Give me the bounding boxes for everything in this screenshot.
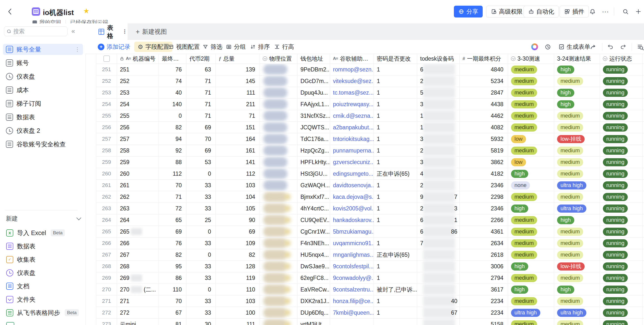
history-icon[interactable] (544, 40, 551, 54)
cell-s[interactable]: 2847 (460, 87, 508, 98)
cell-w[interactable]: DGcD7m... (298, 75, 330, 87)
toolbar-field-button[interactable]: ⚙字段配置 (134, 42, 172, 52)
cell-z[interactable]: running (600, 272, 642, 284)
cell-e[interactable]: cmik.d@sezna... (330, 110, 374, 122)
cell-x[interactable]: medium (508, 145, 554, 156)
cell-y[interactable]: medium (554, 122, 600, 133)
cell-w[interactable]: HzpQcZg... (298, 145, 330, 156)
cell-p[interactable]: 正在申诉(65) (374, 249, 417, 260)
cell-y[interactable]: medium (554, 249, 600, 260)
cell-t[interactable]: 69 (216, 226, 260, 237)
cell-p[interactable]: 1 (374, 295, 417, 307)
cell-t[interactable]: 119 (216, 272, 260, 284)
column-header-t[interactable]: ƒ总量 (216, 54, 260, 64)
cell-w[interactable]: 4hY4crtC... (298, 203, 330, 214)
cell-td[interactable]: 67 (417, 307, 460, 318)
cell-b[interactable]: 33 (186, 180, 216, 191)
cell-loc[interactable] (260, 122, 298, 133)
sidebar-item-5[interactable]: 梯子订阅 (3, 98, 83, 109)
column-header-w[interactable]: 钱包地址 (298, 54, 330, 64)
cell-s[interactable]: 2234 (460, 295, 508, 307)
cell-id[interactable]: 268 (117, 261, 159, 272)
cell-s[interactable]: 4438 (460, 99, 508, 110)
column-header-b[interactable]: 代币2期 (186, 54, 216, 64)
cell-z[interactable]: running (600, 64, 642, 75)
cell-td[interactable]: 3 (417, 133, 460, 145)
cell-p[interactable]: 正在申诉(65) (374, 168, 417, 179)
cell-s[interactable]: 2346 (460, 180, 508, 191)
cell-td[interactable]: 6 (417, 64, 460, 75)
cell-id[interactable]: 262 (117, 191, 159, 203)
add-new-icon[interactable] (633, 6, 644, 18)
cell-p[interactable]: 1 (374, 307, 417, 318)
ai-assistant-icon[interactable] (531, 43, 538, 50)
cell-t[interactable]: 71 (216, 110, 260, 122)
cell-e[interactable]: davidtosenovja... (330, 180, 374, 191)
cell-id[interactable]: 253 (117, 87, 159, 98)
cell-z[interactable]: running (600, 145, 642, 156)
cell-e[interactable]: mnganlighmas... (330, 249, 374, 260)
cell-a[interactable]: 76 (159, 237, 186, 249)
cell-x[interactable]: ultra high (508, 307, 554, 318)
sidebar-item-3[interactable]: 仪表盘 (3, 71, 83, 82)
cell-y[interactable]: high (554, 99, 600, 110)
cell-x[interactable]: high (508, 284, 554, 295)
toolbar-filter-button[interactable]: 筛选 (202, 40, 222, 54)
cell-loc[interactable] (260, 87, 298, 98)
cell-w[interactable]: FAAjyxL1... (298, 99, 330, 110)
sidebar-item-7[interactable]: 仪表盘 2 (3, 125, 83, 136)
cell-t[interactable]: 100 (216, 307, 260, 318)
cell-s[interactable]: 2298 (460, 191, 508, 203)
cell-s[interactable]: 4082 (460, 122, 508, 133)
cell-n[interactable]: 256 (96, 122, 117, 133)
column-header-p[interactable]: 密码是否更改 (374, 54, 417, 64)
cell-b[interactable]: 71 (186, 75, 216, 87)
cell-s[interactable]: 2794 (460, 272, 508, 284)
cell-b[interactable]: 71 (186, 87, 216, 98)
cell-e[interactable]: honza.filip@ce... (330, 295, 374, 307)
cell-w[interactable]: Dpuq4Ju... (298, 87, 330, 98)
cell-td[interactable]: 97 (417, 191, 460, 203)
cell-id[interactable]: 255 (117, 110, 159, 122)
column-header-s[interactable]: #一期最终积分 (460, 54, 508, 64)
cell-y[interactable]: high (554, 87, 600, 98)
cell-p[interactable] (374, 226, 417, 237)
cell-t[interactable]: 105 (216, 203, 260, 214)
cell-p[interactable] (374, 318, 417, 325)
column-header-id[interactable]: A≡机器编号 (117, 54, 159, 64)
redo-icon[interactable] (620, 40, 626, 54)
cell-n[interactable]: 254 (96, 99, 117, 110)
cell-loc[interactable] (260, 145, 298, 156)
cell-w[interactable]: HSt3jGU... (298, 168, 330, 179)
cell-y[interactable]: medium (554, 145, 600, 156)
cell-b[interactable]: 25 (186, 214, 216, 226)
cell-a[interactable]: 140 (159, 99, 186, 110)
new-item-6[interactable]: 文件夹 (3, 294, 84, 305)
cell-w[interactable]: F4n3NEh... (298, 237, 330, 249)
column-header-z[interactable]: 运行状态 (600, 54, 642, 64)
cell-z[interactable]: running (600, 226, 642, 237)
cell-id[interactable]: 256 (117, 122, 159, 133)
cell-z[interactable]: running (600, 156, 642, 168)
cell-z[interactable]: running (600, 75, 642, 87)
cell-t[interactable]: 103 (216, 295, 260, 307)
new-item-4[interactable]: 仪表盘 (3, 267, 84, 278)
cell-x[interactable]: medium (508, 237, 554, 249)
column-header-x[interactable]: 3-30测速 (508, 54, 554, 64)
cell-b[interactable]: 53 (186, 156, 216, 168)
cell-e[interactable]: tntoriokitsukag... (330, 133, 374, 145)
cell-t[interactable]: 109 (216, 237, 260, 249)
cell-b[interactable]: 0 (186, 284, 216, 295)
cell-td[interactable]: 3 (417, 156, 460, 168)
cell-n[interactable]: 266 (96, 237, 117, 249)
cell-y[interactable]: ultra high (554, 203, 600, 214)
cell-a[interactable]: 82 (159, 249, 186, 260)
cell-e[interactable]: a2banpakubut... (330, 122, 374, 133)
search-input[interactable]: 搜索 (4, 26, 68, 36)
advanced-permissions-button[interactable]: 高级权限 (486, 6, 527, 18)
cell-x[interactable]: medium (508, 272, 554, 284)
cell-y[interactable]: medium (554, 295, 600, 307)
cell-w[interactable]: GzWAQH... (298, 180, 330, 191)
cell-w[interactable]: CU9QeEV... (298, 214, 330, 226)
cell-z[interactable]: running (600, 168, 642, 179)
